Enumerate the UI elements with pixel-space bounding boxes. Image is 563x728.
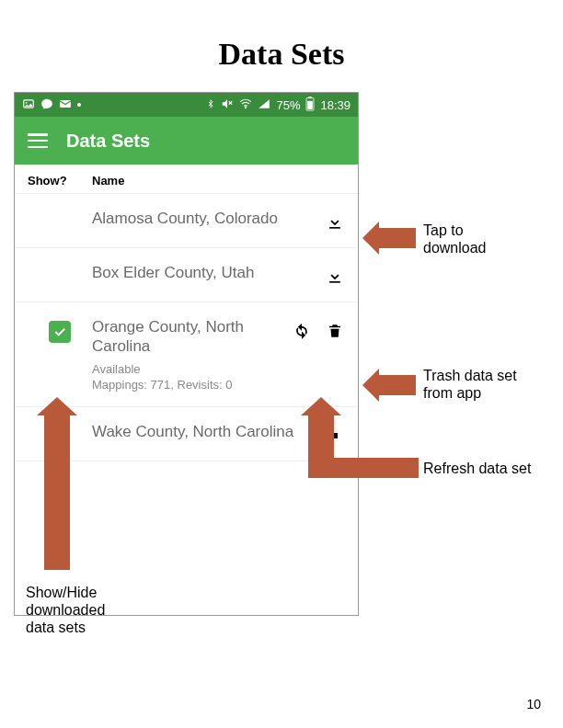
- mute-icon: [221, 97, 234, 113]
- wifi-icon: [239, 97, 252, 113]
- trash-icon[interactable]: [325, 321, 345, 341]
- table-header: Show? Name: [15, 165, 358, 194]
- table-header-show: Show?: [28, 174, 92, 188]
- status-left-icons: [22, 97, 81, 113]
- page-number: 10: [526, 697, 541, 711]
- dataset-name: Wake County, North Carolina: [92, 422, 317, 441]
- status-right-icons: 75% 18:39: [206, 97, 350, 114]
- slide-title: Data Sets: [0, 37, 563, 72]
- list-item[interactable]: Alamosa County, Colorado: [15, 194, 358, 248]
- signal-icon: [258, 97, 270, 113]
- arrow-trash: [377, 375, 416, 395]
- callout-download: Tap to download: [423, 222, 515, 256]
- dataset-name: Alamosa County, Colorado: [92, 209, 317, 228]
- show-checkbox[interactable]: [49, 321, 71, 343]
- arrow-showhide: [44, 414, 70, 570]
- messenger-icon: [40, 97, 53, 113]
- image-icon: [22, 97, 35, 113]
- svg-rect-7: [309, 97, 312, 98]
- app-bar-title: Data Sets: [66, 131, 150, 152]
- dataset-status: Available: [92, 362, 284, 376]
- app-bar: Data Sets: [15, 117, 358, 165]
- svg-rect-8: [308, 100, 314, 108]
- dataset-name: Box Elder County, Utah: [92, 263, 317, 282]
- dataset-name: Orange County, North Carolina: [92, 317, 284, 357]
- mail-icon: [59, 97, 72, 113]
- table-header-name: Name: [92, 174, 345, 188]
- svg-point-5: [246, 107, 247, 108]
- bluetooth-icon: [206, 97, 215, 113]
- svg-rect-9: [329, 227, 340, 229]
- download-icon[interactable]: [325, 267, 345, 287]
- battery-icon: [305, 97, 315, 114]
- list-item[interactable]: Box Elder County, Utah: [15, 248, 358, 302]
- refresh-icon[interactable]: [292, 321, 312, 341]
- status-bar: 75% 18:39: [15, 93, 358, 117]
- svg-rect-10: [329, 281, 340, 283]
- hamburger-icon[interactable]: [28, 133, 48, 148]
- callout-refresh: Refresh data set: [423, 460, 543, 477]
- dataset-detail: Mappings: 771, Revisits: 0: [92, 378, 284, 392]
- svg-point-1: [26, 101, 28, 103]
- callout-showhide: Show/Hide downloaded data sets: [26, 584, 136, 637]
- clock-text: 18:39: [320, 98, 350, 112]
- battery-percent: 75%: [276, 98, 300, 112]
- download-icon[interactable]: [325, 212, 345, 233]
- dot-icon: [77, 103, 81, 107]
- arrow-refresh-tail: [308, 458, 419, 478]
- callout-trash: Trash data set from app: [423, 367, 534, 402]
- arrow-download: [377, 228, 416, 248]
- list-item[interactable]: Orange County, North Carolina Available …: [15, 302, 358, 407]
